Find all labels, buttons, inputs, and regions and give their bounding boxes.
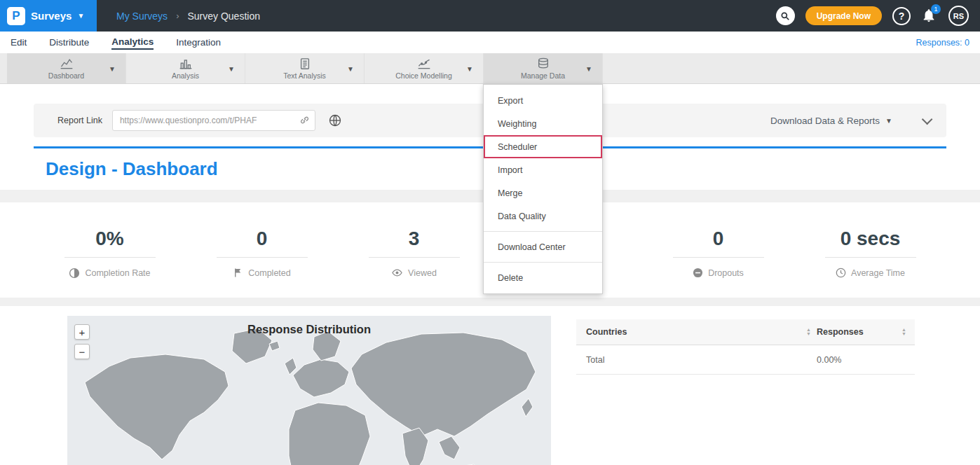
stat-dropouts: 0 Dropouts bbox=[642, 228, 794, 298]
report-url-wrap bbox=[112, 110, 315, 131]
responses-column-header[interactable]: Responses ▲▼ bbox=[817, 327, 915, 337]
notifications-bell-icon[interactable]: 1 bbox=[921, 7, 938, 25]
model-chart-icon bbox=[417, 57, 431, 70]
menu-item-import[interactable]: Import bbox=[484, 158, 602, 181]
database-icon bbox=[537, 57, 550, 70]
section-gap bbox=[0, 298, 980, 306]
stat-average-time: 0 secs Average Time bbox=[794, 228, 946, 298]
stat-label: Average Time bbox=[836, 268, 905, 278]
stat-completed: 0 Completed bbox=[186, 228, 338, 298]
toolbar-item-text-analysis[interactable]: Text Analysis ▼ bbox=[245, 53, 365, 83]
toolbar-item-dashboard[interactable]: Dashboard ▼ bbox=[7, 53, 126, 83]
menu-item-merge[interactable]: Merge bbox=[484, 181, 602, 204]
questionpro-logo: P bbox=[7, 7, 25, 25]
manage-data-dropdown-menu: Export Weighting Scheduler Import Merge … bbox=[483, 84, 603, 294]
chevron-down-icon: ▼ bbox=[347, 64, 354, 72]
tab-edit[interactable]: Edit bbox=[11, 36, 27, 49]
sort-icon[interactable]: ▲▼ bbox=[806, 328, 811, 336]
questionpro-app: P Surveys ▼ My Surveys › Survey Question… bbox=[0, 0, 980, 465]
breadcrumb-current: Survey Question bbox=[187, 11, 260, 22]
contrast-icon bbox=[69, 268, 80, 279]
download-data-reports-dropdown[interactable]: Download Data & Reports ▼ bbox=[770, 116, 892, 126]
stat-value: 3 bbox=[369, 228, 460, 258]
main-nav-tabs: Edit Distribute Analytics Integration Re… bbox=[0, 32, 980, 53]
help-icon[interactable]: ? bbox=[892, 7, 911, 25]
link-icon bbox=[299, 115, 310, 128]
map-zoom-controls: + − bbox=[74, 324, 90, 359]
stat-label: Dropouts bbox=[693, 268, 744, 278]
chevron-down-icon: ▼ bbox=[228, 64, 235, 72]
menu-item-delete[interactable]: Delete bbox=[484, 266, 602, 289]
map-title: Response Distribution bbox=[67, 323, 551, 336]
stat-completion-rate: 0% Completion Rate bbox=[34, 228, 186, 298]
stat-value: 0 bbox=[217, 228, 308, 258]
collapse-chevron-icon[interactable] bbox=[922, 113, 933, 125]
stat-value: 0 bbox=[673, 228, 764, 258]
chevron-down-icon: ▼ bbox=[885, 117, 892, 125]
surveys-product-switcher[interactable]: P Surveys ▼ bbox=[0, 0, 97, 32]
menu-item-data-quality[interactable]: Data Quality bbox=[484, 204, 602, 228]
flag-icon bbox=[233, 268, 243, 278]
menu-divider bbox=[484, 231, 602, 232]
download-data-reports-label: Download Data & Reports bbox=[770, 116, 880, 126]
menu-item-export[interactable]: Export bbox=[484, 89, 602, 112]
notification-badge: 1 bbox=[931, 4, 941, 14]
tab-distribute[interactable]: Distribute bbox=[49, 36, 89, 49]
menu-item-download-center[interactable]: Download Center bbox=[484, 235, 602, 258]
toolbar-item-label: Manage Data bbox=[521, 71, 565, 80]
countries-table-header: Countries ▲▼ Responses ▲▼ bbox=[576, 319, 915, 345]
zoom-out-button[interactable]: − bbox=[74, 344, 90, 359]
toolbar-item-label: Choice Modelling bbox=[395, 71, 452, 80]
toolbar-item-label: Analysis bbox=[172, 71, 199, 80]
chevron-down-icon: ▼ bbox=[466, 64, 473, 72]
breadcrumb: My Surveys › Survey Question bbox=[116, 11, 260, 22]
toolbar-item-manage-data[interactable]: Manage Data ▼ bbox=[484, 53, 603, 83]
toolbar-item-choice-modelling[interactable]: Choice Modelling ▼ bbox=[365, 53, 484, 83]
stat-label: Completed bbox=[233, 268, 290, 278]
upgrade-now-button[interactable]: Upgrade Now bbox=[805, 6, 882, 25]
sort-icon[interactable]: ▲▼ bbox=[901, 328, 906, 336]
stat-label: Viewed bbox=[391, 268, 437, 278]
toolbar-item-label: Text Analysis bbox=[283, 71, 326, 80]
table-cell-responses: 0.00% bbox=[817, 355, 915, 365]
minus-circle-icon bbox=[693, 268, 703, 278]
stat-viewed: 3 Viewed bbox=[338, 228, 490, 298]
countries-table: Countries ▲▼ Responses ▲▼ Total 0.00% bbox=[576, 319, 915, 375]
world-map-svg bbox=[67, 316, 551, 465]
response-distribution-card: Response Distribution + − bbox=[34, 306, 946, 465]
breadcrumb-my-surveys[interactable]: My Surveys bbox=[116, 11, 168, 22]
chevron-down-icon: ▼ bbox=[77, 12, 84, 20]
zoom-in-button[interactable]: + bbox=[74, 324, 90, 340]
search-icon[interactable] bbox=[776, 6, 795, 25]
responses-count: Responses: 0 bbox=[916, 38, 969, 48]
menu-item-weighting[interactable]: Weighting bbox=[484, 112, 602, 135]
topbar-actions: Upgrade Now ? 1 RS bbox=[776, 6, 980, 26]
analytics-toolbar: Dashboard ▼ Analysis ▼ Text Analysis ▼ C… bbox=[0, 53, 980, 84]
table-cell-country: Total bbox=[576, 355, 817, 365]
stat-label: Completion Rate bbox=[69, 268, 150, 279]
stat-value: 0 secs bbox=[825, 228, 916, 258]
chevron-down-icon: ▼ bbox=[585, 64, 592, 72]
table-row: Total 0.00% bbox=[576, 345, 915, 375]
product-label: Surveys bbox=[31, 10, 72, 22]
avatar[interactable]: RS bbox=[948, 6, 969, 26]
report-link-label: Report Link bbox=[57, 116, 102, 125]
tab-analytics[interactable]: Analytics bbox=[111, 35, 154, 50]
world-map[interactable]: Response Distribution + − bbox=[67, 316, 551, 465]
countries-column-header[interactable]: Countries ▲▼ bbox=[576, 327, 817, 337]
topbar: P Surveys ▼ My Surveys › Survey Question… bbox=[0, 0, 980, 32]
clock-icon bbox=[836, 268, 846, 278]
bar-chart-icon bbox=[179, 57, 193, 70]
menu-item-scheduler[interactable]: Scheduler bbox=[484, 135, 602, 158]
menu-divider bbox=[484, 262, 602, 263]
stat-value: 0% bbox=[64, 228, 156, 258]
toolbar-item-analysis[interactable]: Analysis ▼ bbox=[126, 53, 245, 83]
page-title: Design - Dashboard bbox=[46, 158, 218, 180]
eye-icon bbox=[391, 268, 403, 278]
tab-integration[interactable]: Integration bbox=[176, 36, 221, 49]
globe-icon[interactable] bbox=[328, 113, 342, 127]
line-chart-icon bbox=[60, 57, 74, 70]
toolbar-item-label: Dashboard bbox=[48, 71, 84, 80]
chevron-down-icon: ▼ bbox=[109, 64, 116, 72]
report-link-input[interactable] bbox=[112, 110, 315, 131]
